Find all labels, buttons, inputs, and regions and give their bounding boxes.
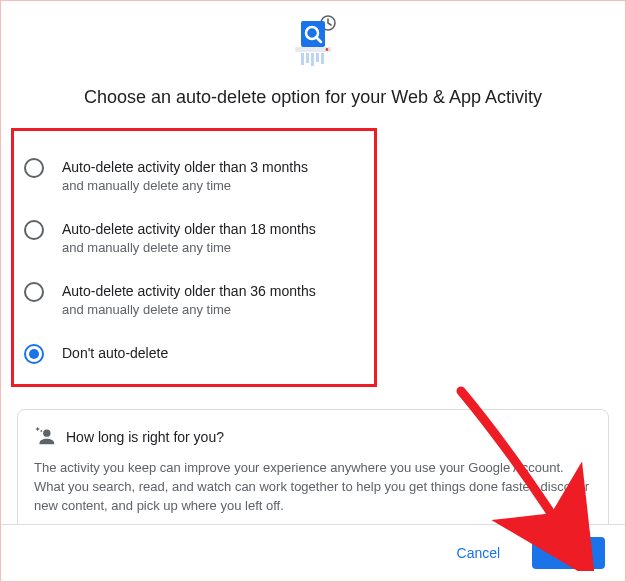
sparkle-person-icon: [34, 424, 56, 450]
svg-rect-7: [306, 53, 309, 63]
radio-icon: [24, 344, 44, 364]
cancel-button[interactable]: Cancel: [435, 537, 523, 569]
info-title: How long is right for you?: [66, 429, 224, 445]
option-title: Auto-delete activity older than 3 months: [62, 157, 308, 177]
svg-rect-8: [311, 53, 314, 66]
dialog-footer: Cancel Next: [1, 524, 625, 581]
svg-rect-9: [316, 53, 319, 62]
option-title: Auto-delete activity older than 36 month…: [62, 281, 316, 301]
option-subtitle: and manually delete any time: [62, 239, 316, 257]
radio-icon: [24, 220, 44, 240]
shredder-icon: [289, 15, 337, 71]
option-36-months[interactable]: Auto-delete activity older than 36 month…: [20, 269, 368, 331]
radio-icon: [24, 282, 44, 302]
option-18-months[interactable]: Auto-delete activity older than 18 month…: [20, 207, 368, 269]
svg-rect-10: [321, 53, 324, 64]
svg-point-11: [43, 430, 50, 437]
option-title: Auto-delete activity older than 18 month…: [62, 219, 316, 239]
option-3-months[interactable]: Auto-delete activity older than 3 months…: [20, 145, 368, 207]
option-subtitle: and manually delete any time: [62, 177, 308, 195]
svg-rect-6: [301, 53, 304, 65]
auto-delete-options: Auto-delete activity older than 3 months…: [11, 128, 377, 387]
page-title: Choose an auto-delete option for your We…: [1, 87, 625, 108]
radio-icon: [24, 158, 44, 178]
info-card: How long is right for you? The activity …: [17, 409, 609, 532]
option-dont-auto-delete[interactable]: Don't auto-delete: [20, 331, 368, 376]
svg-point-5: [326, 48, 329, 51]
next-button[interactable]: Next: [532, 537, 605, 569]
info-body: The activity you keep can improve your e…: [34, 458, 592, 515]
option-title: Don't auto-delete: [62, 343, 168, 363]
option-subtitle: and manually delete any time: [62, 301, 316, 319]
dialog-header: Choose an auto-delete option for your We…: [1, 1, 625, 108]
